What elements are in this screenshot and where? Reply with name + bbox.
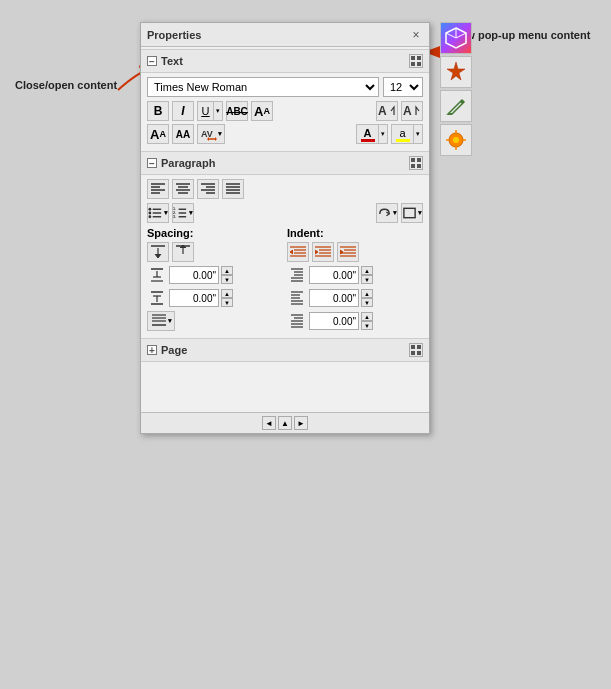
space-below-down[interactable]: ▼ bbox=[221, 298, 233, 307]
underline-dropdown[interactable]: ▾ bbox=[213, 101, 223, 121]
alignment-row bbox=[147, 179, 423, 199]
svg-text:3.: 3. bbox=[173, 215, 176, 219]
numbered-list-button[interactable]: 1. 2. 3. ▾ bbox=[172, 203, 194, 223]
space-above-increase-button[interactable] bbox=[172, 242, 194, 262]
page-section-toggle[interactable]: + bbox=[147, 345, 157, 355]
align-right-button[interactable] bbox=[197, 179, 219, 199]
toolbar-settings-button[interactable] bbox=[440, 124, 472, 156]
underline-button[interactable]: U bbox=[197, 101, 213, 121]
format-row-2: AA AA AV ▾ A bbox=[147, 124, 423, 144]
spacing-label: Spacing: bbox=[147, 227, 283, 239]
left-indent-icon bbox=[287, 265, 307, 285]
toolbar-paint-button[interactable] bbox=[440, 56, 472, 88]
hanging-indent-button[interactable] bbox=[337, 242, 359, 262]
svg-rect-4 bbox=[411, 62, 415, 66]
first-line-indent-input-row: ▲ ▼ bbox=[287, 311, 423, 331]
space-above-decrease-button[interactable] bbox=[147, 242, 169, 262]
panel-header: Properties × bbox=[141, 23, 429, 47]
italic-button[interactable]: I bbox=[172, 101, 194, 121]
bold-button[interactable]: B bbox=[147, 101, 169, 121]
first-line-indent-up[interactable]: ▲ bbox=[361, 312, 373, 321]
right-indent-up[interactable]: ▲ bbox=[361, 289, 373, 298]
left-indent-input[interactable] bbox=[309, 266, 359, 284]
scroll-left-button[interactable]: ◄ bbox=[262, 416, 276, 430]
space-below-up[interactable]: ▲ bbox=[221, 289, 233, 298]
paragraph-section-header: − Paragraph bbox=[141, 151, 429, 175]
right-indent-spinner: ▲ ▼ bbox=[361, 289, 373, 307]
indent-label: Indent: bbox=[287, 227, 423, 239]
svg-rect-87 bbox=[417, 345, 421, 349]
space-below-spinner: ▲ ▼ bbox=[221, 289, 233, 307]
right-indent-down[interactable]: ▼ bbox=[361, 298, 373, 307]
font-color-button[interactable]: A bbox=[356, 124, 378, 144]
toolbar-edit-button[interactable] bbox=[440, 90, 472, 122]
highlight-group: a ▾ bbox=[391, 124, 423, 144]
page-section-menu[interactable] bbox=[409, 343, 423, 357]
font-row: Times New Roman 12 bbox=[147, 77, 423, 97]
text-section-label: Text bbox=[161, 55, 183, 67]
panel-close-button[interactable]: × bbox=[409, 28, 423, 42]
all-caps-button[interactable]: AA bbox=[147, 124, 169, 144]
font-name-select[interactable]: Times New Roman bbox=[147, 77, 379, 97]
highlight-dropdown[interactable]: ▾ bbox=[413, 124, 423, 144]
space-above-up[interactable]: ▲ bbox=[221, 266, 233, 275]
indent-increase-button[interactable] bbox=[312, 242, 334, 262]
scroll-right-button[interactable]: ► bbox=[294, 416, 308, 430]
align-left-button[interactable] bbox=[147, 179, 169, 199]
paragraph-section-menu[interactable] bbox=[409, 156, 423, 170]
first-line-indent-input[interactable] bbox=[309, 312, 359, 330]
list-row: ▾ 1. 2. 3. ▾ bbox=[147, 203, 423, 223]
align-center-button[interactable] bbox=[172, 179, 194, 199]
bullet-list-button[interactable]: ▾ bbox=[147, 203, 169, 223]
space-above-icon bbox=[147, 265, 167, 285]
svg-rect-5 bbox=[417, 62, 421, 66]
char-spacing-button[interactable]: AV ▾ bbox=[197, 124, 225, 144]
svg-point-32 bbox=[148, 212, 151, 215]
font-size-select[interactable]: 12 bbox=[383, 77, 423, 97]
svg-point-96 bbox=[453, 137, 459, 143]
space-below-input[interactable] bbox=[169, 289, 219, 307]
left-indent-input-row: ▲ ▼ bbox=[287, 265, 423, 285]
align-justify-button[interactable] bbox=[222, 179, 244, 199]
panel-title: Properties bbox=[147, 29, 201, 41]
strikethrough-button[interactable]: ABC bbox=[226, 101, 248, 121]
space-below-icon bbox=[147, 288, 167, 308]
right-indent-input-row: ▲ ▼ bbox=[287, 288, 423, 308]
box-button[interactable]: ▾ bbox=[401, 203, 423, 223]
paragraph-section-toggle[interactable]: − bbox=[147, 158, 157, 168]
increase-font-button[interactable]: A bbox=[376, 101, 398, 121]
indent-decrease-button[interactable] bbox=[287, 242, 309, 262]
spacing-indent-labels: Spacing: Indent: bbox=[147, 227, 423, 239]
text-section-menu[interactable] bbox=[409, 54, 423, 68]
decrease-font-button[interactable]: A bbox=[401, 101, 423, 121]
spacing-indent-inputs: ▲ ▼ ▲ bbox=[147, 265, 423, 334]
left-indent-spinner: ▲ ▼ bbox=[361, 266, 373, 284]
aa-button[interactable]: AA bbox=[251, 101, 273, 121]
right-indent-input[interactable] bbox=[309, 289, 359, 307]
format-row-1: B I U ▾ ABC AA A A bbox=[147, 101, 423, 121]
space-above-input[interactable] bbox=[169, 266, 219, 284]
toolbar-3d-button[interactable] bbox=[440, 22, 472, 54]
svg-rect-89 bbox=[417, 351, 421, 355]
text-flow-button[interactable]: ▾ bbox=[376, 203, 398, 223]
svg-rect-10 bbox=[411, 158, 415, 162]
svg-rect-86 bbox=[411, 345, 415, 349]
first-line-indent-down[interactable]: ▼ bbox=[361, 321, 373, 330]
small-caps-button[interactable]: AA bbox=[172, 124, 194, 144]
highlight-button[interactable]: a bbox=[391, 124, 413, 144]
properties-panel: Properties × − Text Times New Roman 12 bbox=[140, 22, 430, 434]
text-section-header-left: − Text bbox=[147, 55, 183, 67]
space-below-input-row: ▲ ▼ bbox=[147, 288, 283, 308]
first-line-indent-icon bbox=[287, 311, 307, 331]
space-above-down[interactable]: ▼ bbox=[221, 275, 233, 284]
left-indent-down[interactable]: ▼ bbox=[361, 275, 373, 284]
left-indent-up[interactable]: ▲ bbox=[361, 266, 373, 275]
font-color-group: A ▾ bbox=[356, 124, 388, 144]
scroll-buttons: ◄ ▲ ► bbox=[262, 416, 308, 430]
underline-group: U ▾ bbox=[197, 101, 223, 121]
text-section-toggle[interactable]: − bbox=[147, 56, 157, 66]
line-spacing-button[interactable]: ▾ bbox=[147, 311, 175, 331]
scroll-up-button[interactable]: ▲ bbox=[278, 416, 292, 430]
font-color-dropdown[interactable]: ▾ bbox=[378, 124, 388, 144]
text-section-header: − Text bbox=[141, 49, 429, 73]
